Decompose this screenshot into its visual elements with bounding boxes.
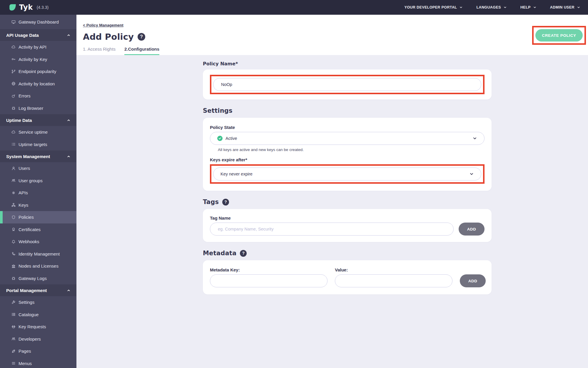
chevron-up-icon: [67, 155, 71, 158]
metadata-key-input[interactable]: [210, 274, 328, 287]
metadata-heading: Metadata: [203, 250, 236, 257]
sidebar-item-label: Identity Management: [19, 251, 60, 256]
metadata-help-icon[interactable]: ?: [240, 250, 247, 257]
top-menu-languages[interactable]: LANGUAGES: [476, 5, 507, 9]
policy-name-input[interactable]: [213, 78, 481, 91]
sidebar-item-apis[interactable]: APIs: [0, 187, 76, 199]
sidebar-item-endpoint-popularity[interactable]: Endpoint popularity: [0, 65, 76, 78]
sidebar-item-log-browser[interactable]: Log Browser: [0, 102, 76, 115]
sidebar-section-api-usage-data[interactable]: API Usage Data: [0, 29, 76, 41]
annotation-red-box-keys-expire: Key never expire: [210, 164, 485, 184]
chevron-down-icon: [577, 6, 580, 9]
top-bar: Tyk (4.3.3) YOUR DEVELOPER PORTALLANGUAG…: [0, 0, 588, 15]
cloud-icon: [11, 45, 16, 49]
sidebar-nav: Gateway DashboardAPI Usage DataActivity …: [0, 15, 76, 368]
sidebar-section-portal-management[interactable]: Portal Management: [0, 284, 76, 296]
chevron-down-icon: [472, 136, 477, 141]
bank-icon: [11, 264, 16, 268]
sidebar-item-certificates[interactable]: Certificates: [0, 223, 76, 236]
sidebar-item-label: User groups: [19, 178, 43, 183]
sidebar-item-label: Log Browser: [19, 106, 43, 111]
sidebar-item-menus[interactable]: Menus: [0, 357, 76, 368]
policy-state-label: Policy State: [210, 125, 485, 130]
top-menus: YOUR DEVELOPER PORTALLANGUAGESHELPADMIN …: [404, 5, 580, 9]
sidebar-item-users[interactable]: Users: [0, 162, 76, 175]
tab-bar: 1. Access Rights2.Configurations: [83, 47, 588, 55]
policy-state-select[interactable]: Active: [210, 132, 485, 145]
sidebar-item-user-groups[interactable]: User groups: [0, 175, 76, 187]
metadata-value-input[interactable]: [335, 274, 452, 287]
sidebar-item-label: Catalogue: [19, 312, 39, 317]
sidebar-section-uptime-data[interactable]: Uptime Data: [0, 114, 76, 126]
sidebar-item-label: Gateway Dashboard: [19, 19, 59, 24]
tab-2-configurations[interactable]: 2.Configurations: [124, 47, 159, 55]
bug-icon: [11, 276, 16, 280]
sidebar-item-errors[interactable]: Errors: [0, 90, 76, 102]
active-check-icon: [217, 136, 223, 141]
sidebar-item-service-uptime[interactable]: Service uptime: [0, 126, 76, 138]
sidebar-item-activity-by-api[interactable]: Activity by API: [0, 41, 76, 53]
top-menu-help[interactable]: HELP: [520, 5, 537, 9]
create-policy-button[interactable]: CREATE POLICY: [535, 29, 583, 42]
sidebar-item-label: Activity by Key: [19, 57, 47, 62]
annotation-red-box-create-policy: CREATE POLICY: [532, 26, 586, 45]
chevron-down-icon: [503, 6, 507, 9]
policy-name-label: Policy Name*: [203, 61, 588, 67]
users-icon: [11, 178, 16, 183]
app-window: Tyk (4.3.3) YOUR DEVELOPER PORTALLANGUAG…: [0, 0, 588, 368]
brand: Tyk (4.3.3): [9, 3, 49, 11]
cogs-icon: [11, 191, 16, 195]
tag-name-input[interactable]: [210, 223, 454, 236]
sidebar-section-system-management[interactable]: System Management: [0, 150, 76, 162]
sidebar-item-webhooks[interactable]: Webhooks: [0, 236, 76, 248]
sidebar-section-label: API Usage Data: [6, 33, 39, 38]
brand-name: Tyk: [19, 3, 33, 11]
tags-help-icon[interactable]: ?: [222, 199, 229, 205]
sidebar-item-pages[interactable]: Pages: [0, 345, 76, 357]
page-title: Add Policy: [83, 32, 134, 42]
phone-icon: [11, 252, 16, 256]
sidebar-section-label: Portal Management: [6, 288, 47, 293]
monitor-icon: [11, 20, 16, 24]
sidebar-item-label: Activity by location: [19, 81, 55, 86]
key-icon: [11, 57, 16, 61]
sidebar-item-key-requests[interactable]: Key Requests: [0, 321, 76, 333]
menu-icon: [11, 361, 16, 365]
sidebar-item-activity-by-location[interactable]: Activity by location: [0, 78, 76, 90]
keys-expire-after-label: Keys expire after*: [210, 157, 485, 162]
top-menu-admin-user[interactable]: ADMIN USER: [550, 5, 580, 9]
sidebar-item-catalogue[interactable]: Catalogue: [0, 309, 76, 321]
keys-expire-after-select[interactable]: Key never expire: [213, 168, 481, 180]
sidebar-item-label: Settings: [19, 300, 34, 305]
tags-card: Tag Name ADD: [203, 209, 492, 242]
chevron-down-icon: [469, 172, 474, 176]
sidebar-item-label: Policies: [19, 215, 34, 220]
page-header: < Policy Management Add Policy ? 1. Acce…: [76, 15, 588, 55]
bomb-icon: [11, 94, 16, 98]
sidebar-item-policies[interactable]: Policies: [0, 211, 76, 223]
sidebar-item-label: Uptime targets: [19, 142, 47, 147]
tab-1-access-rights[interactable]: 1. Access Rights: [83, 47, 116, 55]
sidebar-item-label: Gateway Logs: [19, 276, 47, 281]
sidebar-item-settings[interactable]: Settings: [0, 296, 76, 309]
breadcrumb[interactable]: < Policy Management: [83, 23, 123, 27]
sidebar-item-label: Certificates: [19, 227, 41, 232]
metadata-add-button[interactable]: ADD: [460, 274, 486, 287]
sidebar-item-keys[interactable]: Keys: [0, 199, 76, 211]
sidebar-item-label: Key Requests: [19, 324, 46, 329]
keys-expire-after-value: Key never expire: [220, 172, 466, 176]
sidebar-item-uptime-targets[interactable]: Uptime targets: [0, 138, 76, 151]
top-menu-your-developer-portal[interactable]: YOUR DEVELOPER PORTAL: [404, 5, 463, 9]
chevron-down-icon: [533, 6, 537, 9]
chevron-up-icon: [67, 118, 71, 122]
sidebar-item-gateway-logs[interactable]: Gateway Logs: [0, 272, 76, 285]
sidebar-item-gateway-dashboard[interactable]: Gateway Dashboard: [0, 15, 76, 29]
sidebar-item-identity-management[interactable]: Identity Management: [0, 248, 76, 260]
tag-add-button[interactable]: ADD: [459, 223, 485, 236]
sidebar-item-activity-by-key[interactable]: Activity by Key: [0, 53, 76, 66]
policy-state-value: Active: [225, 136, 470, 141]
title-help-icon[interactable]: ?: [138, 33, 145, 41]
cloud-icon: [11, 130, 16, 134]
sidebar-item-nodes-and-licenses[interactable]: Nodes and Licenses: [0, 260, 76, 272]
sidebar-item-developers[interactable]: Developers: [0, 333, 76, 345]
